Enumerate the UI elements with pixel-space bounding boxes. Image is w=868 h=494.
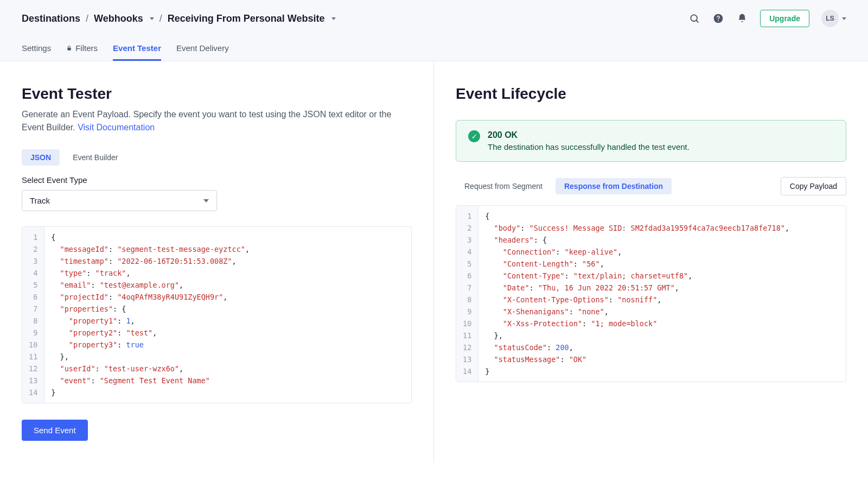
copy-payload-button[interactable]: Copy Payload	[781, 177, 846, 195]
bell-icon[interactable]	[736, 12, 748, 24]
chevron-down-icon[interactable]	[150, 17, 154, 20]
breadcrumb-destinations[interactable]: Destinations	[22, 13, 80, 24]
tab-settings[interactable]: Settings	[22, 37, 51, 61]
tab-filters-label: Filters	[75, 43, 98, 53]
tab-event-builder[interactable]: Event Builder	[64, 149, 126, 166]
svg-point-0	[691, 15, 698, 21]
code-content: { "body": "Success! Message SID: SM2fdad…	[478, 206, 846, 382]
tab-event-tester[interactable]: Event Tester	[113, 37, 161, 61]
breadcrumb-webhooks[interactable]: Webhooks	[94, 13, 143, 24]
breadcrumb-separator: /	[86, 13, 88, 24]
status-message: The destination has successfully handled…	[488, 142, 690, 151]
svg-point-3	[718, 20, 719, 21]
event-type-value: Track	[30, 196, 50, 205]
response-viewer: 1234567891011121314 { "body": "Success! …	[456, 205, 846, 382]
page-description: Generate an Event Payload. Specify the e…	[22, 108, 412, 134]
lifecycle-title: Event Lifecycle	[456, 85, 846, 103]
search-icon[interactable]	[688, 12, 700, 24]
user-menu[interactable]: LS	[821, 10, 846, 27]
send-event-button[interactable]: Send Event	[22, 420, 88, 441]
line-gutter: 1234567891011121314	[456, 206, 478, 382]
line-gutter: 1234567891011121314	[22, 227, 44, 403]
status-card: ✓ 200 OK The destination has successfull…	[456, 120, 846, 162]
chevron-down-icon	[203, 199, 209, 202]
json-editor[interactable]: 1234567891011121314 { "messageId": "segm…	[22, 226, 412, 403]
help-icon[interactable]	[712, 12, 724, 24]
status-title: 200 OK	[488, 130, 690, 140]
tab-request[interactable]: Request from Segment	[456, 178, 551, 194]
topbar-actions: Upgrade LS	[688, 10, 846, 27]
breadcrumb-separator: /	[159, 13, 162, 24]
tab-response[interactable]: Response from Destination	[556, 178, 672, 194]
editor-mode-tabs: JSON Event Builder	[22, 149, 412, 166]
code-content[interactable]: { "messageId": "segment-test-message-eyz…	[44, 227, 411, 403]
lifecycle-tabs: Request from Segment Response from Desti…	[456, 178, 672, 194]
check-icon: ✓	[468, 130, 480, 142]
svg-rect-4	[67, 48, 71, 50]
chevron-down-icon[interactable]	[331, 17, 336, 20]
page-title: Event Tester	[22, 85, 412, 103]
breadcrumb: Destinations / Webhooks / Receiving From…	[22, 13, 336, 24]
svg-line-1	[697, 21, 699, 23]
avatar: LS	[821, 10, 839, 27]
doc-link[interactable]: Visit Documentation	[78, 123, 155, 132]
breadcrumb-current[interactable]: Receiving From Personal Website	[168, 13, 325, 24]
event-type-select[interactable]: Track	[22, 190, 217, 211]
chevron-down-icon	[842, 17, 846, 20]
event-type-label: Select Event Type	[22, 175, 412, 185]
tab-json[interactable]: JSON	[22, 149, 60, 166]
tab-event-delivery[interactable]: Event Delivery	[176, 37, 229, 61]
upgrade-button[interactable]: Upgrade	[760, 10, 809, 27]
subnav: Settings Filters Event Tester Event Deli…	[22, 37, 846, 61]
lock-icon	[66, 45, 72, 51]
tab-filters[interactable]: Filters	[66, 37, 98, 61]
